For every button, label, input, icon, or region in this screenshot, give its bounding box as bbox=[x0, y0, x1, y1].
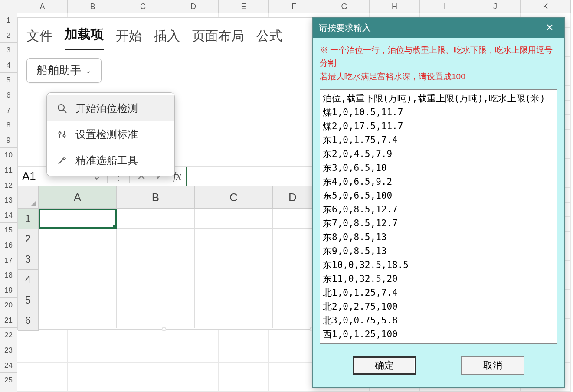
bg-cell[interactable] bbox=[118, 363, 168, 377]
cell[interactable] bbox=[273, 268, 313, 288]
bg-cell[interactable] bbox=[219, 363, 268, 377]
cell[interactable] bbox=[117, 229, 195, 248]
cell[interactable] bbox=[39, 209, 117, 229]
cell[interactable] bbox=[117, 209, 195, 229]
bg-row-2[interactable]: 2 bbox=[0, 28, 17, 43]
bg-col-J[interactable]: J bbox=[470, 0, 521, 13]
bg-row-9[interactable]: 9 bbox=[0, 133, 17, 148]
bg-col-A[interactable]: A bbox=[17, 0, 68, 13]
row-header-4[interactable]: 4 bbox=[18, 270, 39, 290]
tab-formula[interactable]: 公式 bbox=[256, 27, 282, 50]
tab-file[interactable]: 文件 bbox=[26, 27, 52, 50]
cell[interactable] bbox=[195, 288, 273, 308]
cell[interactable] bbox=[195, 268, 273, 288]
cell[interactable] bbox=[195, 248, 273, 268]
cell[interactable] bbox=[117, 268, 195, 288]
bg-cell[interactable] bbox=[17, 333, 67, 348]
cell[interactable] bbox=[117, 288, 195, 308]
bg-cell[interactable] bbox=[168, 348, 218, 363]
dropdown-set-standard[interactable]: 设置检测标准 bbox=[47, 121, 174, 147]
bg-cell[interactable] bbox=[118, 377, 168, 392]
cell[interactable] bbox=[195, 229, 273, 248]
bg-cell[interactable] bbox=[17, 348, 67, 363]
cell[interactable] bbox=[39, 229, 117, 248]
dropdown-start-detect[interactable]: 开始泊位检测 bbox=[47, 95, 174, 121]
cell[interactable] bbox=[273, 248, 313, 268]
bg-col-I[interactable]: I bbox=[420, 0, 470, 13]
bg-col-G[interactable]: G bbox=[319, 0, 370, 13]
col-header-B[interactable]: B bbox=[117, 186, 195, 208]
row-header-6[interactable]: 6 bbox=[18, 310, 39, 331]
row-header-1[interactable]: 1 bbox=[18, 209, 39, 229]
bg-cell[interactable] bbox=[168, 363, 218, 377]
dialog-textarea[interactable] bbox=[320, 89, 557, 344]
bg-row-6[interactable]: 6 bbox=[0, 88, 17, 103]
cell[interactable] bbox=[117, 308, 195, 328]
tab-home[interactable]: 开始 bbox=[116, 27, 142, 50]
formula-input[interactable] bbox=[186, 167, 312, 186]
bg-row-17[interactable]: 17 bbox=[0, 253, 17, 268]
bg-col-E[interactable]: E bbox=[219, 0, 269, 13]
bg-row-19[interactable]: 19 bbox=[0, 283, 17, 298]
cell[interactable] bbox=[195, 209, 273, 229]
row-header-2[interactable]: 2 bbox=[18, 229, 39, 249]
bg-row-22[interactable]: 22 bbox=[0, 328, 17, 343]
bg-cell[interactable] bbox=[118, 333, 168, 348]
tab-insert[interactable]: 插入 bbox=[154, 27, 180, 50]
bg-row-8[interactable]: 8 bbox=[0, 118, 17, 133]
bg-col-K[interactable]: K bbox=[521, 0, 571, 13]
bg-cell[interactable] bbox=[68, 333, 118, 348]
bg-cell[interactable] bbox=[17, 363, 67, 377]
bg-row-7[interactable]: 7 bbox=[0, 103, 17, 118]
bg-row-18[interactable]: 18 bbox=[0, 268, 17, 283]
bg-cell[interactable] bbox=[168, 377, 218, 392]
cell[interactable] bbox=[39, 308, 117, 328]
col-header-C[interactable]: C bbox=[195, 186, 273, 208]
bg-cell[interactable] bbox=[269, 348, 319, 363]
bg-row-25[interactable]: 25 bbox=[0, 373, 17, 388]
bg-row-14[interactable]: 14 bbox=[0, 208, 17, 223]
row-header-5[interactable]: 5 bbox=[18, 290, 39, 310]
bg-row-1[interactable]: 1 bbox=[0, 13, 17, 28]
bg-cell[interactable] bbox=[118, 348, 168, 363]
bg-cell[interactable] bbox=[269, 363, 319, 377]
cell[interactable] bbox=[39, 248, 117, 268]
cell[interactable] bbox=[39, 288, 117, 308]
bg-row-12[interactable]: 12 bbox=[0, 178, 17, 193]
bg-cell[interactable] bbox=[269, 333, 319, 348]
select-all-corner[interactable] bbox=[18, 186, 39, 209]
col-header-D[interactable]: D bbox=[273, 186, 313, 208]
cell[interactable] bbox=[273, 209, 313, 229]
bg-row-13[interactable]: 13 bbox=[0, 193, 17, 208]
cell[interactable] bbox=[117, 248, 195, 268]
bg-cell[interactable] bbox=[269, 377, 319, 392]
bg-row-11[interactable]: 11 bbox=[0, 163, 17, 178]
bg-cell[interactable] bbox=[68, 377, 118, 392]
row-header-3[interactable]: 3 bbox=[18, 249, 39, 270]
cancel-button[interactable]: 取消 bbox=[461, 356, 524, 375]
bg-row-4[interactable]: 4 bbox=[0, 58, 17, 73]
cell[interactable] bbox=[273, 288, 313, 308]
bg-row-5[interactable]: 5 bbox=[0, 73, 17, 88]
tab-addin[interactable]: 加载项 bbox=[65, 26, 104, 50]
ok-button[interactable]: 确定 bbox=[353, 356, 416, 375]
bg-row-10[interactable]: 10 bbox=[0, 148, 17, 163]
bg-col-C[interactable]: C bbox=[118, 0, 168, 13]
cell[interactable] bbox=[39, 268, 117, 288]
cell[interactable] bbox=[273, 308, 313, 328]
dropdown-precise-tool[interactable]: 精准选船工具 bbox=[47, 147, 174, 173]
bg-cell[interactable] bbox=[68, 363, 118, 377]
cell[interactable] bbox=[273, 229, 313, 248]
cell[interactable] bbox=[195, 308, 273, 328]
bg-col-B[interactable]: B bbox=[68, 0, 118, 13]
bg-cell[interactable] bbox=[219, 333, 268, 348]
bg-cell[interactable] bbox=[219, 377, 268, 392]
bg-col-D[interactable]: D bbox=[168, 0, 219, 13]
bg-row-15[interactable]: 15 bbox=[0, 223, 17, 238]
bg-cell[interactable] bbox=[219, 348, 268, 363]
bg-cell[interactable] bbox=[68, 348, 118, 363]
bg-col-F[interactable]: F bbox=[269, 0, 319, 13]
bg-col-H[interactable]: H bbox=[370, 0, 420, 13]
bg-row-20[interactable]: 20 bbox=[0, 298, 17, 313]
bg-row-24[interactable]: 24 bbox=[0, 358, 17, 373]
